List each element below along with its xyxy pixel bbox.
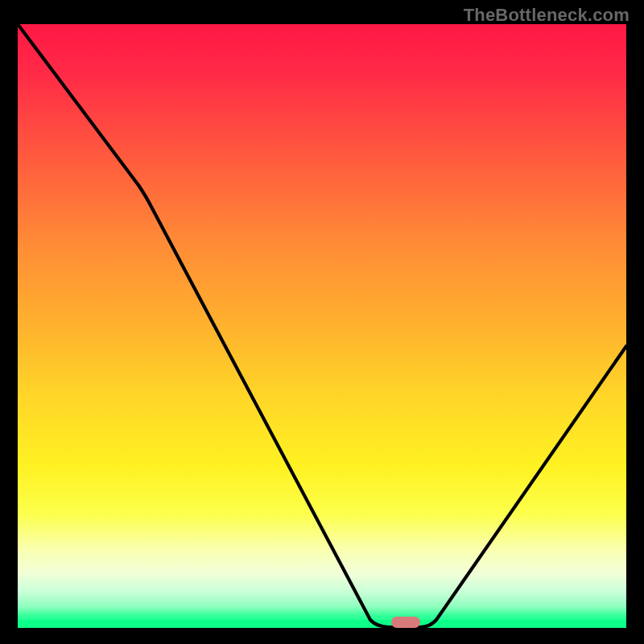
watermark-text: TheBottleneck.com [464,5,630,26]
bottleneck-curve [18,24,626,628]
curve-path [18,24,626,627]
target-marker [391,617,420,628]
chart-container: TheBottleneck.com [0,0,644,644]
